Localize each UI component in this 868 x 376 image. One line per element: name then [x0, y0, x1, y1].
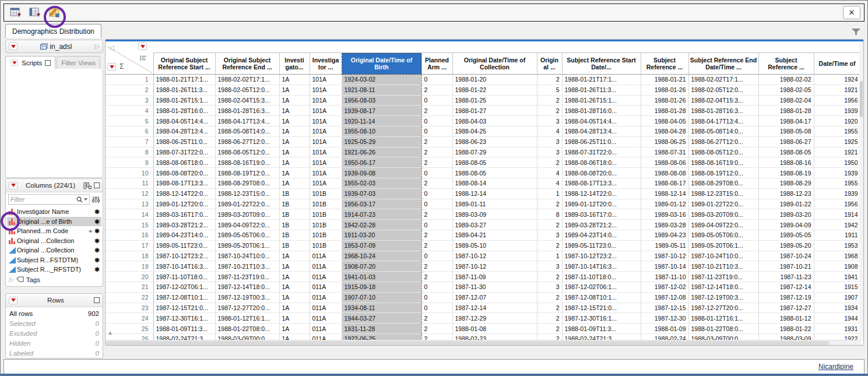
- cell[interactable]: 1988-08-08: [641, 168, 688, 178]
- cell[interactable]: 1A: [279, 333, 310, 340]
- cell[interactable]: 1987-12-02T06:1...: [562, 282, 641, 292]
- close-icon[interactable]: ✕: [843, 6, 860, 19]
- cell[interactable]: 1955: [814, 178, 860, 188]
- cell[interactable]: 1968: [814, 251, 860, 261]
- cell[interactable]: 1989-03-09: [452, 209, 537, 220]
- cell[interactable]: 8: [537, 209, 562, 220]
- cell[interactable]: 1925-05-29: [342, 136, 421, 147]
- cell[interactable]: 2: [421, 230, 452, 240]
- cell[interactable]: 1987-12-15T21:0...: [562, 303, 641, 313]
- cell[interactable]: 1987-12-27: [758, 303, 814, 313]
- cell[interactable]: 1989-05-05T06:0...: [688, 230, 758, 240]
- column-list-item[interactable]: Original ...Collection ✱: [7, 236, 101, 246]
- cell[interactable]: 1988-02-24T21:3...: [562, 333, 641, 340]
- column-list-item[interactable]: Subject R..._RFSTDT) ✱: [7, 265, 101, 275]
- cell[interactable]: 1950: [814, 157, 860, 168]
- cell[interactable]: 1988-01-20: [452, 75, 537, 85]
- cell[interactable]: 2: [537, 240, 562, 251]
- cell[interactable]: 1987-12-30T16:1...: [562, 313, 641, 324]
- table-row[interactable]: 261988-02-24T21:3...1988-03-09T00:0...1A…: [106, 333, 860, 340]
- rows-red-triangle-icon[interactable]: [107, 63, 116, 71]
- cell[interactable]: 101A: [310, 116, 342, 126]
- cell[interactable]: 1988-04-05: [641, 116, 688, 126]
- cell[interactable]: 0: [421, 251, 452, 261]
- cell[interactable]: 1B: [279, 240, 310, 251]
- cell[interactable]: 2: [537, 333, 562, 340]
- cell[interactable]: 1988-01-26T15:1...: [153, 95, 215, 106]
- cell[interactable]: 1988-03-09T00:0...: [688, 333, 758, 340]
- cell[interactable]: 1989-03-20T09:0...: [215, 209, 279, 220]
- cell[interactable]: 101B: [310, 209, 342, 220]
- cell[interactable]: 1988-02-02T17:1...: [688, 75, 758, 85]
- cell[interactable]: 1988-01-09T11:3...: [153, 324, 215, 334]
- columns-panel-checkbox[interactable]: [94, 182, 100, 188]
- cell[interactable]: 1A: [279, 106, 310, 116]
- cell[interactable]: 1A: [279, 157, 310, 168]
- cell[interactable]: 1922: [814, 333, 860, 340]
- cell[interactable]: 101A: [310, 106, 342, 116]
- cell[interactable]: 011A: [310, 282, 342, 292]
- cell[interactable]: 1953: [814, 240, 860, 251]
- red-triangle-menu-icon[interactable]: [10, 59, 19, 66]
- row-number[interactable]: 1: [106, 75, 153, 85]
- cell[interactable]: 1956-03-17: [342, 199, 421, 209]
- cell[interactable]: 1921-08-11: [342, 85, 421, 95]
- cell[interactable]: 011A: [310, 333, 342, 340]
- cell[interactable]: 1989-03-16T17:0...: [562, 209, 641, 220]
- cell[interactable]: 1988-01-22: [758, 324, 814, 334]
- cell[interactable]: 101B: [310, 188, 342, 199]
- cell[interactable]: 1988-04-25: [452, 126, 537, 136]
- cell[interactable]: 1988-07-29: [452, 147, 537, 157]
- rows-stat-row[interactable]: Selected 0: [9, 318, 99, 328]
- cell[interactable]: 1950-06-17: [342, 157, 421, 168]
- row-number[interactable]: 21: [106, 282, 153, 292]
- cell[interactable]: 1989-05-11T23:0...: [562, 240, 641, 251]
- cell[interactable]: 1989-01-11: [452, 199, 537, 209]
- cell[interactable]: 1989-05-11: [641, 240, 688, 251]
- column-header[interactable]: Original Subject Reference End ...: [215, 53, 279, 75]
- table-row[interactable]: 211987-12-02T06:1...1987-12-14T18:0...1A…: [106, 282, 860, 292]
- cell[interactable]: 1987-12-27T20:0...: [688, 303, 758, 313]
- cell[interactable]: 2: [537, 220, 562, 230]
- cell[interactable]: 1988-02-24: [641, 333, 688, 340]
- column-header[interactable]: Investi gato...: [279, 53, 310, 75]
- cell[interactable]: 1988-01-21: [641, 75, 688, 85]
- cell[interactable]: 1988-04-28: [641, 126, 688, 136]
- cell[interactable]: 1988-08-16T19:0...: [688, 157, 758, 168]
- cell[interactable]: 1A: [279, 75, 310, 85]
- cell[interactable]: 1988-01-28T16:0...: [562, 106, 641, 116]
- cell[interactable]: 1989-01-12T20:0...: [153, 199, 215, 209]
- cell[interactable]: 011A: [310, 324, 342, 334]
- cell[interactable]: 1987-12-19T00:3...: [215, 292, 279, 303]
- cell[interactable]: 1A: [279, 251, 310, 261]
- column-header[interactable]: Subject Reference End Date/Time ...: [688, 53, 758, 75]
- cell[interactable]: 1987-11-10: [641, 272, 688, 282]
- cell[interactable]: 1B: [279, 209, 310, 220]
- collapse-table-icon[interactable]: ◁: [109, 44, 114, 52]
- cell[interactable]: 1987-10-12: [452, 261, 537, 272]
- cell[interactable]: 1988-08-05T12:0...: [215, 147, 279, 157]
- cell[interactable]: 1988-04-17T13:4...: [688, 116, 758, 126]
- vertical-scrollbar[interactable]: [859, 41, 863, 340]
- cell[interactable]: 0: [421, 188, 452, 199]
- cell[interactable]: 2: [537, 313, 562, 324]
- cell[interactable]: 0: [421, 168, 452, 178]
- cell[interactable]: 0: [421, 95, 452, 106]
- cell[interactable]: 1988-04-28T13:4...: [153, 126, 215, 136]
- cell[interactable]: 1987-12-19: [758, 292, 814, 303]
- cell[interactable]: 1987-10-21T10:3...: [215, 261, 279, 272]
- cell[interactable]: 1989-04-09: [758, 220, 814, 230]
- cell[interactable]: 1931: [814, 324, 860, 334]
- row-number[interactable]: 16: [106, 230, 153, 240]
- cell[interactable]: 101B: [310, 230, 342, 240]
- cell[interactable]: 1915: [814, 282, 860, 292]
- cell[interactable]: 1988-08-16: [758, 157, 814, 168]
- tab-scripts[interactable]: Scripts: [5, 56, 55, 69]
- cell[interactable]: 1988-08-05: [452, 157, 537, 168]
- cell[interactable]: 1988-07-31T22:0...: [153, 147, 215, 157]
- row-number[interactable]: 13: [106, 199, 153, 209]
- cell[interactable]: 4: [537, 178, 562, 188]
- cell[interactable]: 1988-12-23T15:0...: [688, 188, 758, 199]
- cell[interactable]: 1922-06-25: [342, 333, 421, 340]
- cell[interactable]: 1988-08-29T08:0...: [688, 178, 758, 188]
